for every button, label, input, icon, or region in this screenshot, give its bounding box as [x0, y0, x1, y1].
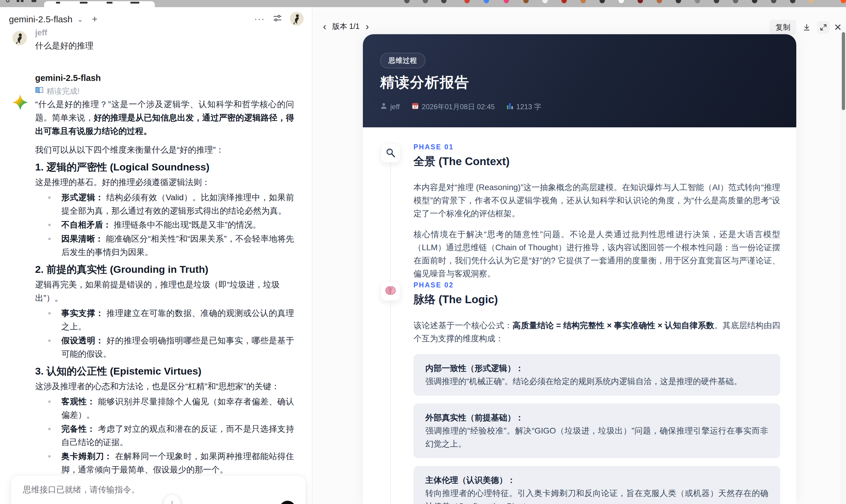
phase-label: PHASE 02 [413, 281, 780, 289]
copy-button[interactable]: 复制 [770, 20, 796, 35]
open-book-icon [35, 86, 43, 96]
bullet-dot [48, 340, 51, 342]
bullet-dot [48, 455, 51, 457]
browser-extension-icon[interactable] [404, 0, 410, 3]
chat-messages: jeff 什么是好的推理 gemini-2.5-flash 精读完成! “什么是… [0, 28, 312, 504]
report-title: 精读分析报告 [380, 73, 470, 92]
scrollbar-thumb[interactable] [842, 32, 845, 110]
chevron-right-icon[interactable]: › [366, 20, 369, 32]
status-text: 精读完成! [47, 86, 80, 96]
chat-panel: gemini-2.5-flash ⌄ + ··· [0, 7, 312, 504]
more-options-button[interactable]: ··· [254, 12, 265, 25]
browser-extension-icon[interactable] [676, 0, 681, 3]
bullet-text: 考虑了对立的观点和潜在的反证，而不是只选择支持自己结论的证据。 [61, 424, 294, 447]
list-item: 形式逻辑： 结构必须有效（Valid）。比如演绎推理中，如果前提全部为真，那么通… [35, 191, 294, 217]
arrow-down-icon: ↓ [170, 496, 174, 504]
browser-extension-icon[interactable] [542, 0, 548, 3]
bullet-dot [48, 224, 51, 226]
logic-card-body: 强调推理的“经验校准”。解决“GIGO（垃圾进，垃圾出）”问题，确保推理引擎运行… [425, 424, 768, 450]
browser-extension-icon[interactable] [441, 0, 446, 3]
bullet-label: 形式逻辑： [61, 193, 104, 202]
bullet-dot [48, 196, 51, 199]
browser-grid-icon[interactable] [17, 0, 19, 2]
browser-extension-icon[interactable] [423, 0, 428, 3]
bullet-list: 事实支撑： 推理建立在可靠的数据、准确的观测或公认的真理之上。 假设透明： 好的… [35, 306, 294, 361]
phase-paragraph: 本内容是对“推理 (Reasoning)”这一抽象概念的高层建模。在知识爆炸与人… [413, 181, 780, 220]
close-icon[interactable]: ✕ [834, 22, 842, 33]
assistant-paragraph: 我们可以从以下四个维度来衡量什么是“好的推理”： [35, 143, 294, 157]
list-item: 客观性： 能够识别并尽量排除个人偏见（如幸存者偏差、确认偏差）。 [35, 395, 294, 421]
browser-extension-icon[interactable] [752, 0, 757, 3]
gemini-star-icon [12, 94, 29, 111]
browser-menu-icon[interactable] [32, 0, 36, 2]
model-selector[interactable]: gemini-2.5-flash [9, 14, 72, 24]
browser-extension-icon[interactable] [714, 0, 719, 3]
scrollbar-track[interactable] [841, 27, 846, 504]
user-message-text: 什么是好的推理 [35, 40, 294, 51]
browser-extension-icon[interactable] [771, 0, 776, 3]
section-intro: 逻辑再完美，如果前提是错误的，推理也是垃圾（即“垃圾进，垃圾出”）。 [35, 278, 294, 305]
bullet-label: 事实支撑： [61, 308, 104, 318]
list-item: 完备性： 考虑了对立的观点和潜在的反证，而不是只选择支持自己结论的证据。 [35, 422, 294, 449]
tab-text-fragment [130, 2, 139, 4]
browser-extension-icon[interactable] [733, 0, 738, 3]
phase-formula: 该论述基于一个核心公式：高质量结论 = 结构完整性 × 事实准确性 × 认知自律… [413, 319, 780, 345]
meta-date-text: 2026年01月08日 02:45 [422, 102, 495, 112]
list-item: 事实支撑： 推理建立在可靠的数据、准确的观测或公认的真理之上。 [35, 306, 294, 333]
browser-grid-icon[interactable] [21, 0, 23, 2]
logic-card: 外部真实性（前提基础）： 强调推理的“经验校准”。解决“GIGO（垃圾进，垃圾出… [413, 403, 780, 458]
message-author: jeff [35, 28, 294, 37]
browser-extension-icon[interactable] [484, 0, 489, 3]
bullet-label: 因果清晰： [61, 234, 104, 244]
browser-extension-icon[interactable] [600, 0, 605, 3]
new-chat-button[interactable]: + [92, 14, 98, 25]
download-icon[interactable] [800, 21, 813, 34]
list-item: 因果清晰： 能准确区分“相关性”和“因果关系”，不会轻率地将先后发生的事情归为因… [35, 232, 294, 259]
chevron-left-icon[interactable]: ‹ [323, 20, 326, 32]
browser-profile-avatar[interactable] [809, 0, 814, 3]
browser-extension-icon[interactable] [841, 0, 846, 3]
user-avatar[interactable] [290, 12, 304, 25]
browser-extension-icon[interactable] [619, 0, 624, 3]
bar-chart-icon [507, 102, 513, 111]
browser-extension-icon[interactable] [504, 0, 509, 3]
report-card: 思维过程 精读分析报告 jeff 17 [363, 34, 796, 504]
section-intro: 这是推理的基石。好的推理必须遵循逻辑法则： [35, 176, 294, 189]
voice-input-button[interactable] [280, 501, 296, 504]
logic-card-body: 转向推理者的心理特征。引入奥卡姆剃刀和反向论证，旨在克服人类（或机器）天然存在的… [425, 487, 768, 504]
chevron-down-icon[interactable]: ⌄ [77, 16, 83, 23]
version-label: 版本 1/1 [332, 21, 359, 31]
formula-bold: 高质量结论 = 结构完整性 × 事实准确性 × 认知自律系数 [513, 321, 715, 330]
browser-extension-icon[interactable] [695, 0, 700, 3]
browser-extension-icon[interactable] [523, 0, 529, 3]
browser-extension-icon[interactable] [657, 0, 662, 3]
calendar-icon: 17 [412, 102, 419, 111]
version-navigator: ‹ 版本 1/1 › [323, 20, 369, 32]
browser-extension-icon[interactable] [561, 0, 567, 3]
browser-extension-icon[interactable] [464, 0, 470, 3]
browser-reload-icon[interactable] [6, 0, 10, 2]
bullet-dot [48, 312, 51, 314]
artifact-panel: ‹ 版本 1/1 › 复制 ✕ 思维过程 精读分析报告 [312, 7, 846, 504]
logic-card: 内部一致性（形式逻辑）： 强调推理的“机械正确”。结论必须在给定的规则系统内逻辑… [413, 354, 780, 396]
message-composer[interactable]: 思维接口已就绪，请传输指令。 + ❖ [11, 475, 306, 504]
browser-extension-icon[interactable] [580, 0, 586, 3]
browser-extension-icon[interactable] [790, 0, 795, 3]
tab-text-fragment [80, 2, 88, 4]
phase-title: 脉络 (The Logic) [413, 292, 780, 307]
tune-settings-icon[interactable] [273, 13, 282, 24]
phase-section-1: PHASE 01 全景 (The Context) 本内容是对“推理 (Reas… [363, 143, 796, 280]
bullet-dot [48, 428, 51, 430]
bullet-label: 假设透明： [61, 336, 104, 345]
phase-title: 全景 (The Context) [413, 154, 780, 169]
meta-author-text: jeff [390, 103, 400, 111]
assistant-name: gemini-2.5-flash [35, 73, 294, 83]
expand-fullscreen-icon[interactable] [817, 21, 830, 34]
bullet-text: 推理链条中不能出现“既是又非”的情况。 [111, 220, 261, 229]
assistant-paragraph: “什么是好的推理？”这是一个涉及逻辑学、认知科学和哲学核心的问题。简单来说，好的… [35, 97, 294, 138]
section-heading: 3. 认知的公正性 (Epistemic Virtues) [35, 365, 294, 377]
browser-extension-icon[interactable] [638, 0, 643, 3]
list-item: 假设透明： 好的推理会明确指明哪些是已知事实，哪些是基于可能的假设。 [35, 334, 294, 361]
browser-tab[interactable] [44, 1, 155, 7]
list-item: 奥卡姆剃刀： 在解释同一个现象时，如果两种推理都能站得住脚，通常倾向于最简单、假… [35, 450, 294, 476]
